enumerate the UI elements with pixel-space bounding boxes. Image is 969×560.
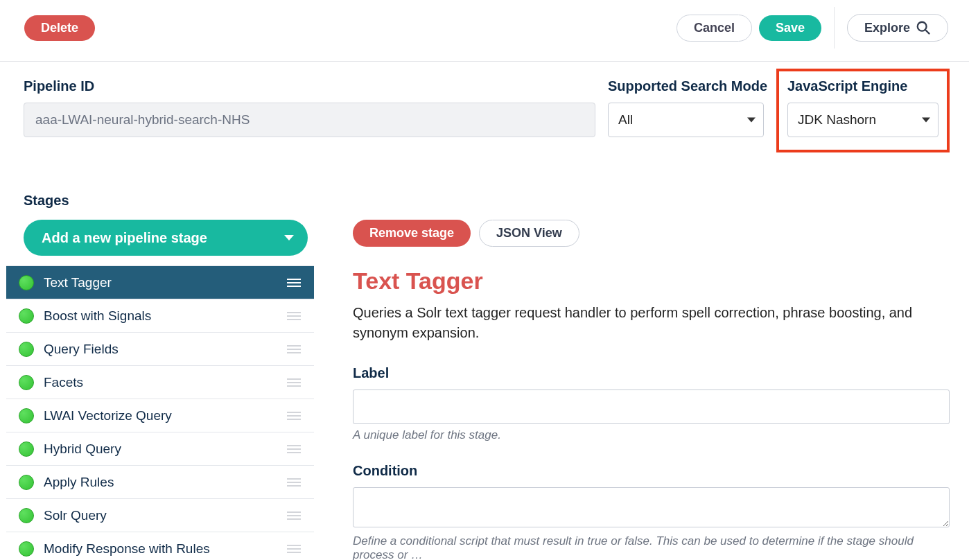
drag-handle-icon[interactable] [286, 478, 302, 487]
stage-item[interactable]: LWAI Vectorize Query [6, 399, 314, 432]
stage-item[interactable]: Apply Rules [6, 466, 314, 499]
js-engine-select[interactable]: JDK Nashorn [787, 103, 939, 137]
explore-button[interactable]: Explore [847, 14, 948, 42]
label-field-label: Label [353, 365, 950, 381]
condition-textarea[interactable] [353, 487, 950, 527]
stage-item-label: Text Tagger [44, 275, 277, 290]
remove-stage-button[interactable]: Remove stage [353, 220, 471, 247]
drag-handle-icon[interactable] [286, 378, 302, 387]
stage-item[interactable]: Query Fields [6, 333, 314, 366]
js-engine-value: JDK Nashorn [798, 112, 876, 128]
stage-item-label: Solr Query [44, 508, 277, 523]
drag-handle-icon[interactable] [286, 345, 302, 353]
label-input[interactable] [353, 390, 950, 424]
stages-heading: Stages [24, 193, 950, 209]
stage-item[interactable]: Facets [6, 366, 314, 399]
drag-handle-icon[interactable] [286, 412, 302, 420]
drag-handle-icon[interactable] [286, 511, 302, 520]
delete-button[interactable]: Delete [24, 15, 95, 41]
search-mode-select[interactable]: All [608, 103, 764, 137]
stage-item[interactable]: Modify Response with Rules [6, 532, 314, 560]
stage-list: Text TaggerBoost with SignalsQuery Field… [6, 265, 314, 560]
toolbar-divider [834, 7, 835, 49]
stage-item[interactable]: Hybrid Query [6, 432, 314, 466]
add-stage-button[interactable]: Add a new pipeline stage [24, 220, 308, 256]
search-mode-group: Supported Search Mode All [608, 78, 764, 137]
status-dot-icon [19, 308, 34, 324]
chevron-down-icon [284, 235, 294, 240]
add-stage-label: Add a new pipeline stage [42, 230, 207, 246]
label-hint: A unique label for this stage. [353, 428, 950, 442]
condition-field-label: Condition [353, 463, 950, 479]
drag-handle-icon[interactable] [286, 312, 302, 320]
search-mode-value: All [618, 112, 633, 128]
stage-item-label: Apply Rules [44, 475, 277, 490]
status-dot-icon [19, 475, 34, 490]
status-dot-icon [19, 408, 34, 423]
stage-item-label: Query Fields [44, 342, 277, 357]
chevron-down-icon [747, 118, 756, 123]
js-engine-highlight-box: JavaScript Engine JDK Nashorn [776, 69, 950, 152]
stage-item-label: Modify Response with Rules [44, 541, 277, 557]
drag-handle-icon[interactable] [286, 445, 302, 453]
top-toolbar: Delete Cancel Save Explore [0, 0, 969, 62]
drag-handle-icon[interactable] [286, 545, 302, 553]
condition-hint: Define a conditional script that must re… [353, 534, 950, 560]
stage-item-label: LWAI Vectorize Query [44, 408, 277, 423]
svg-line-1 [925, 30, 929, 34]
stage-item[interactable]: Text Tagger [6, 266, 314, 299]
stage-title: Text Tagger [353, 268, 950, 295]
stage-item-label: Facets [44, 375, 277, 390]
cancel-button[interactable]: Cancel [676, 15, 752, 42]
stage-item-label: Boost with Signals [44, 308, 277, 324]
stage-description: Queries a Solr text tagger request handl… [353, 303, 950, 343]
status-dot-icon [19, 441, 34, 457]
search-icon [916, 20, 931, 35]
search-mode-label: Supported Search Mode [608, 78, 764, 94]
js-engine-label: JavaScript Engine [787, 78, 939, 94]
stage-item[interactable]: Solr Query [6, 499, 314, 532]
stage-item[interactable]: Boost with Signals [6, 299, 314, 333]
chevron-down-icon [922, 118, 930, 123]
status-dot-icon [19, 275, 34, 290]
drag-handle-icon[interactable] [286, 279, 302, 287]
json-view-button[interactable]: JSON View [479, 220, 579, 247]
status-dot-icon [19, 375, 34, 390]
status-dot-icon [19, 342, 34, 357]
pipeline-id-label: Pipeline ID [24, 78, 595, 94]
pipeline-id-input[interactable] [24, 103, 595, 137]
stage-item-label: Hybrid Query [44, 441, 277, 457]
explore-label: Explore [864, 21, 910, 35]
status-dot-icon [19, 541, 34, 557]
save-button[interactable]: Save [759, 15, 821, 41]
status-dot-icon [19, 508, 34, 523]
pipeline-id-group: Pipeline ID [24, 78, 595, 137]
svg-point-0 [918, 22, 927, 31]
